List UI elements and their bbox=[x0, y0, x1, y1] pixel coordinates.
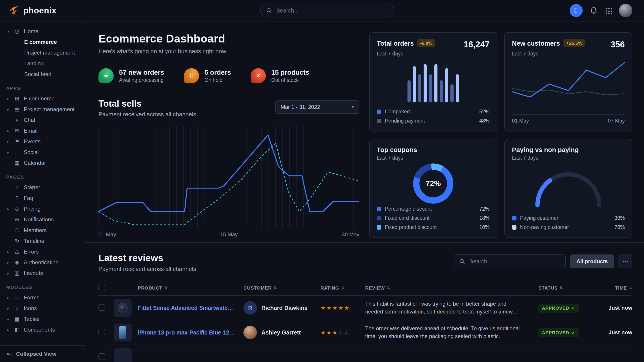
layout-icon: ▥ bbox=[14, 270, 20, 276]
smartwatch-image bbox=[118, 303, 128, 313]
sidebar-item-errors[interactable]: ▸ ⚠ Errors bbox=[0, 246, 84, 257]
legend-row: Paying customer 30% bbox=[512, 215, 625, 221]
moon-icon: ☾ bbox=[573, 7, 579, 14]
stat-out-of-stock: ✕ 15 products Out of stock bbox=[250, 68, 309, 83]
chevron-down-icon: ▾ bbox=[6, 29, 10, 33]
stat-value: 5 orders bbox=[204, 69, 231, 76]
chevron-right-icon: ▸ bbox=[6, 207, 10, 211]
total-sells-chart bbox=[98, 126, 359, 228]
sidebar-item-email[interactable]: ▸ ✉ Email bbox=[0, 125, 84, 136]
brand-logo[interactable]: phoenix bbox=[8, 5, 85, 16]
column-header-product[interactable]: PRODUCT⇅ bbox=[114, 285, 244, 291]
row-checkbox[interactable] bbox=[98, 329, 105, 335]
sidebar-subitem-landing[interactable]: Landing bbox=[0, 58, 84, 69]
sidebar-item-label: Faq bbox=[24, 195, 33, 201]
sidebar-item-label: Social bbox=[24, 149, 39, 155]
sort-icon: ⇅ bbox=[560, 286, 563, 291]
kpi-cards: Total orders -6.8% 16,247 Last 7 days Co… bbox=[369, 32, 632, 238]
legend-swatch bbox=[377, 110, 381, 114]
sidebar-item-notifications[interactable]: ⊚ Notifications bbox=[0, 214, 84, 225]
row-checkbox[interactable] bbox=[98, 304, 105, 311]
sidebar-subitem-social-feed[interactable]: Social feed bbox=[0, 69, 84, 80]
sidebar-item-faq[interactable]: ? Faq bbox=[0, 193, 84, 203]
status-badge: APPROVED✓ bbox=[538, 304, 579, 313]
sidebar-item-icons[interactable]: ▸ ☆ Icons bbox=[0, 303, 84, 314]
envelope-icon: ✉ bbox=[14, 128, 20, 134]
stat-label: Out of stock bbox=[271, 77, 309, 83]
date-range-value: Mar 1 - 31, 2022 bbox=[280, 104, 320, 110]
current-period-line bbox=[98, 135, 359, 212]
column-header-rating[interactable]: RATING⇅ bbox=[320, 285, 365, 291]
card-value: 356 bbox=[611, 40, 625, 49]
sidebar-item-calendar[interactable]: ▦ Calendar bbox=[0, 158, 84, 168]
column-header-customer[interactable]: CUSTOMER⇅ bbox=[244, 285, 320, 291]
sidebar-subitem-project-management[interactable]: Project management bbox=[0, 47, 84, 58]
sidebar-item-ecommerce-app[interactable]: ▸ ⊞ E commerce bbox=[0, 93, 84, 104]
sidebar-item-label: Members bbox=[24, 227, 47, 233]
sidebar-item-timeline[interactable]: ↻ Timeline bbox=[0, 236, 84, 246]
sidebar-item-starter[interactable]: ◌ Starter bbox=[0, 182, 84, 193]
sidebar-item-label: Project management bbox=[24, 106, 74, 112]
search-input[interactable] bbox=[276, 7, 389, 14]
legend-label: Fixed product discount bbox=[385, 224, 436, 230]
sidebar-item-events[interactable]: ▸ ⚑ Events bbox=[0, 136, 84, 147]
total-sells-title: Total sells bbox=[98, 99, 196, 109]
x-tick: 07 May bbox=[608, 118, 625, 124]
chevron-right-icon: ▸ bbox=[6, 296, 10, 300]
column-header-review[interactable]: REVIEW⇅ bbox=[365, 285, 538, 291]
more-options-button[interactable]: ⋯ bbox=[618, 255, 632, 268]
legend-value: 10% bbox=[479, 224, 490, 230]
legend-label: Completed bbox=[385, 109, 410, 115]
collapsed-view-toggle[interactable]: ⇤ Collapsed View bbox=[0, 345, 84, 362]
sidebar-item-social[interactable]: ▸ ∴ Social bbox=[0, 147, 84, 158]
sidebar-item-components[interactable]: ▸ ◧ Components bbox=[0, 325, 84, 335]
date-range-select[interactable]: Mar 1 - 31, 2022 ▾ bbox=[275, 100, 359, 114]
cart-icon: ⊞ bbox=[14, 95, 20, 102]
sidebar-item-label: Events bbox=[24, 138, 40, 145]
apps-grid-button[interactable] bbox=[604, 7, 612, 14]
product-link[interactable]: iPhone 13 pro max-Pacific Blue-128GB sto… bbox=[138, 329, 236, 336]
sidebar-item-layouts[interactable]: ▸ ▥ Layouts bbox=[0, 268, 84, 279]
sidebar-section-apps: APPS bbox=[0, 80, 84, 93]
dashboard-overview: Ecommerce Dashboard Here's what's going … bbox=[98, 32, 359, 238]
sidebar-item-chat[interactable]: ◗ Chat bbox=[0, 115, 84, 125]
reviews-search[interactable] bbox=[454, 255, 566, 268]
sidebar-item-project-management-app[interactable]: ▸ ▤ Project management bbox=[0, 104, 84, 115]
customer-name: Ashley Garrett bbox=[261, 329, 301, 336]
star-badge-icon: ★ bbox=[98, 68, 114, 83]
sidebar-item-label: Authentication bbox=[24, 259, 59, 266]
check-icon: ✓ bbox=[572, 306, 576, 311]
sidebar-item-label: Components bbox=[24, 327, 55, 333]
trend-badge: +26.5% bbox=[564, 39, 585, 47]
sidebar-item-label: Home bbox=[24, 28, 38, 34]
sidebar-subitem-ecommerce[interactable]: E commerce bbox=[0, 37, 84, 47]
reviews-table: PRODUCT⇅ CUSTOMER⇅ RATING⇅ REVIEW⇅ STATU… bbox=[98, 281, 632, 362]
product-link[interactable]: Fitbit Sense Advanced Smartwatch with To… bbox=[138, 305, 236, 311]
total-orders-card: Total orders -6.8% 16,247 Last 7 days Co… bbox=[369, 32, 497, 131]
row-checkbox[interactable] bbox=[98, 353, 105, 360]
sidebar-item-tables[interactable]: ▸ ▩ Tables bbox=[0, 314, 84, 325]
review-text: This Fitbit is fantastic! I was trying t… bbox=[365, 300, 538, 316]
reviews-search-input[interactable] bbox=[468, 258, 560, 265]
sidebar-item-home[interactable]: ▾ ◷ Home bbox=[0, 26, 84, 37]
check-icon: ✓ bbox=[572, 330, 576, 335]
reviews-title: Latest reviews bbox=[98, 253, 196, 263]
user-avatar[interactable] bbox=[619, 4, 632, 17]
select-all-checkbox[interactable] bbox=[98, 285, 105, 291]
sidebar-item-forms[interactable]: ▸ ▭ Forms bbox=[0, 292, 84, 303]
rating-stars: ★★★★★ bbox=[320, 305, 365, 312]
column-header-status[interactable]: STATUS⇅ bbox=[538, 285, 595, 291]
global-search[interactable] bbox=[260, 3, 394, 17]
notifications-button[interactable] bbox=[590, 7, 598, 14]
sidebar-item-pricing[interactable]: ▸ ◇ Pricing bbox=[0, 203, 84, 214]
chevron-right-icon: ▸ bbox=[6, 306, 10, 311]
search-icon bbox=[266, 7, 272, 13]
chevron-right-icon: ▸ bbox=[6, 107, 10, 112]
dark-mode-toggle[interactable]: ☾ bbox=[570, 4, 583, 17]
column-header-time[interactable]: TIME⇅ bbox=[595, 285, 632, 291]
all-products-button[interactable]: All products bbox=[570, 255, 614, 268]
legend-row: Non-paying customer 70% bbox=[512, 224, 625, 230]
sidebar-item-authentication[interactable]: ▸ ◈ Authentication bbox=[0, 257, 84, 268]
collapsed-view-label: Collapsed View bbox=[16, 351, 56, 357]
sidebar-item-members[interactable]: ⚇ Members bbox=[0, 225, 84, 236]
